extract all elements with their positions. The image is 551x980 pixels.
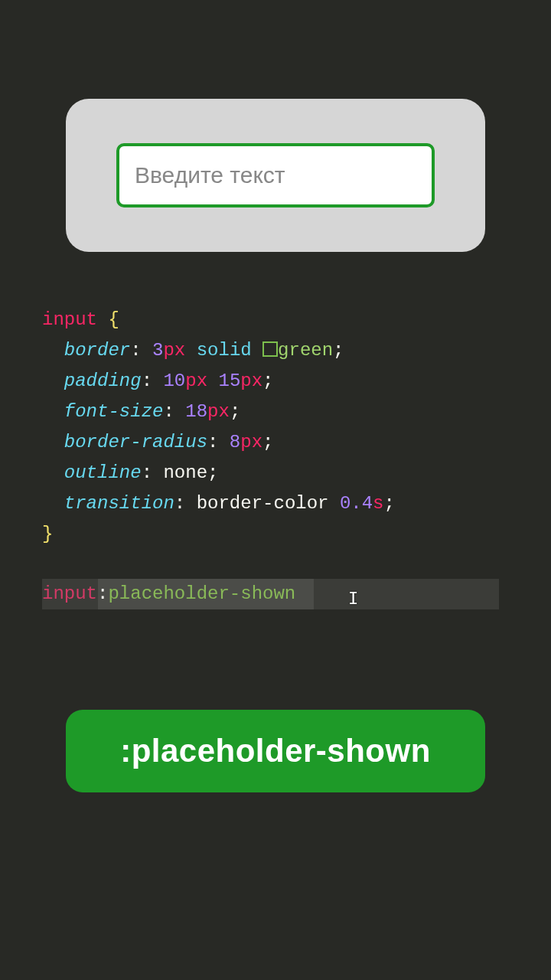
code-line-rule: border: 3px solid green; — [42, 335, 510, 366]
css-property: border — [64, 340, 130, 361]
css-unit: s — [373, 493, 383, 514]
css-property: transition — [64, 493, 174, 514]
css-number: 10 — [163, 371, 185, 391]
colon: : — [174, 493, 197, 514]
colon: : — [207, 432, 230, 452]
code-line-rule: border-radius: 8px; — [42, 427, 510, 458]
code-line-close: } — [42, 519, 510, 550]
css-number: 0.4 — [340, 493, 373, 514]
color-swatch-icon — [262, 341, 278, 357]
colon: : — [163, 401, 185, 422]
css-code-block: input { border: 3px solid green; padding… — [42, 305, 510, 609]
input-demo-card — [66, 99, 485, 252]
typing-line: input:placeholder-shown I — [42, 579, 510, 609]
typing-selector: input — [42, 583, 97, 604]
css-unit: px — [207, 401, 230, 422]
pseudo-class-badge: :placeholder-shown — [66, 710, 485, 792]
code-line-selector: input { — [42, 305, 510, 335]
code-line-rule: transition: border-color 0.4s; — [42, 488, 510, 519]
semicolon: ; — [384, 493, 395, 514]
css-unit: px — [185, 371, 207, 391]
typing-colon: : — [97, 583, 108, 604]
css-value: border-color — [197, 493, 340, 514]
colon: : — [142, 462, 164, 483]
colon: : — [130, 340, 152, 361]
css-number: 15 — [218, 371, 240, 391]
css-selector: input — [42, 309, 97, 330]
semicolon: ; — [262, 432, 273, 452]
css-property: padding — [64, 371, 142, 391]
code-line-rule: padding: 10px 15px; — [42, 366, 510, 397]
text-cursor-icon: I — [348, 583, 358, 614]
css-value: none — [163, 462, 207, 483]
semicolon: ; — [333, 340, 344, 361]
close-brace: } — [42, 524, 53, 544]
css-unit: px — [240, 432, 262, 452]
css-property: font-size — [64, 401, 164, 422]
open-brace: { — [97, 309, 119, 330]
semicolon: ; — [262, 371, 273, 391]
semicolon: ; — [207, 462, 218, 483]
css-number: 3 — [152, 340, 163, 361]
css-number: 8 — [230, 432, 240, 452]
css-unit: px — [163, 340, 185, 361]
semicolon: ; — [230, 401, 240, 422]
code-line-rule: outline: none; — [42, 458, 510, 488]
css-property: border-radius — [64, 432, 207, 452]
typing-pseudo: placeholder-shown — [108, 583, 295, 604]
css-color: green — [278, 340, 333, 361]
css-number: 18 — [185, 401, 207, 422]
badge-label: :placeholder-shown — [120, 733, 431, 769]
css-unit: px — [240, 371, 262, 391]
code-line-rule: font-size: 18px; — [42, 397, 510, 427]
css-property: outline — [64, 462, 142, 483]
colon: : — [142, 371, 164, 391]
demo-text-input[interactable] — [116, 143, 435, 207]
css-keyword: solid — [197, 340, 252, 361]
